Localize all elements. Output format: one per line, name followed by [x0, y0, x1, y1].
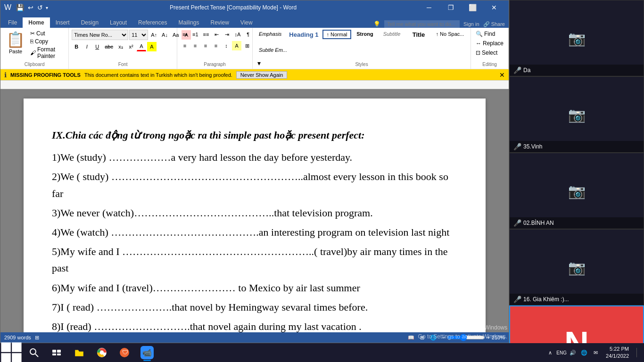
tab-design[interactable]: Design	[75, 17, 104, 28]
document-area[interactable]: IX.Chia các động từ trong ngoặc ra thì s…	[0, 89, 509, 332]
tab-references[interactable]: References	[132, 17, 173, 28]
find-btn[interactable]: 🔍 Find	[474, 30, 497, 38]
view-read-icon[interactable]: 📖	[408, 335, 414, 341]
svg-rect-9	[57, 354, 61, 355]
sign-in-btn[interactable]: Sign in	[463, 21, 479, 27]
styles-more-btn[interactable]: ▾	[257, 59, 261, 67]
title-bar: W 💾 ↩ ↺ ▾ Present Perfect Tense [Compati…	[0, 0, 509, 15]
word-icon: W	[4, 3, 11, 12]
styles-content: Emphasis Heading 1 ↑ Normal Strong Subti…	[256, 30, 468, 59]
decrease-indent-btn[interactable]: ⇤	[212, 30, 221, 39]
show-hide-btn[interactable]: ¶	[243, 30, 253, 39]
style-subtitle[interactable]: Subtitle	[379, 30, 405, 38]
track-changes-icon: ⊞	[35, 335, 39, 341]
subscript-btn[interactable]: x₂	[116, 42, 125, 51]
participant-giakhiem: 📷 🎤 16. Gia Khiêm :)...	[509, 229, 644, 305]
qat-redo[interactable]: ↺	[37, 4, 43, 11]
security-button[interactable]: 🛡	[113, 343, 136, 362]
svg-rect-3	[12, 353, 21, 362]
tab-file[interactable]: File	[2, 17, 23, 28]
participant-vinh: 📷 🎤 35.Vinh	[509, 76, 644, 153]
start-button[interactable]	[0, 343, 23, 362]
tray-volume[interactable]: 🔊	[568, 348, 578, 357]
shading-btn[interactable]: A	[232, 41, 241, 50]
style-subtleem[interactable]: Subtle Em...	[256, 46, 290, 54]
bold-btn[interactable]: B	[72, 42, 81, 51]
format-painter-button[interactable]: 🖌 Format Painter	[29, 46, 66, 60]
taskbar-time[interactable]: 5:22 PM 24/1/2022	[602, 346, 633, 360]
tray-language[interactable]: ENG	[557, 348, 566, 357]
zoom-taskbar-button[interactable]: 📹	[136, 343, 158, 362]
font-size-select[interactable]: 11	[129, 30, 148, 40]
styles-group: Emphasis Heading 1 ↑ Normal Strong Subti…	[253, 28, 471, 69]
document-lines: 1)We (study) ………………a very hard lesson th…	[52, 149, 457, 332]
style-strong[interactable]: Strong	[352, 30, 378, 38]
clipboard-group-label: Clipboard	[25, 62, 45, 67]
increase-indent-btn[interactable]: ⇥	[222, 30, 231, 39]
tray-message[interactable]: ✉	[591, 348, 600, 357]
minimize-btn[interactable]: ─	[418, 0, 440, 15]
task-view-button[interactable]	[45, 343, 68, 362]
participant-da-label: 🎤 Da	[510, 65, 644, 76]
share-btn[interactable]: 🔗 Share	[483, 21, 505, 27]
align-left-btn[interactable]: ≡	[180, 41, 190, 50]
taskbar-right: ∧ ENG 🔊 🌐 ✉ 5:22 PM 24/1/2022	[545, 346, 644, 360]
file-explorer-button[interactable]	[68, 343, 91, 362]
paste-button[interactable]: 📋 Paste	[3, 30, 28, 55]
style-title[interactable]: Title	[406, 30, 432, 40]
title-bar-title: Present Perfect Tense [Compatibility Mod…	[48, 4, 418, 11]
tab-mailings[interactable]: Mailings	[173, 17, 205, 28]
proofing-close-btn[interactable]: ✕	[499, 71, 505, 79]
bullets-btn[interactable]: ≡•	[180, 30, 190, 39]
replace-btn[interactable]: ↔ Replace	[474, 39, 505, 48]
line-spacing-btn[interactable]: ↕	[222, 41, 231, 50]
style-normal[interactable]: ↑ Normal	[322, 30, 351, 39]
sort-btn[interactable]: ↕A	[232, 30, 242, 39]
search-button[interactable]	[23, 343, 45, 362]
style-heading1[interactable]: Heading 1	[286, 30, 322, 40]
font-group-label: Font	[118, 62, 128, 67]
style-emphasis[interactable]: Emphasis	[256, 30, 285, 38]
borders-btn[interactable]: ⊞	[242, 41, 252, 50]
tab-view[interactable]: View	[235, 17, 258, 28]
tab-insert[interactable]: Insert	[50, 17, 75, 28]
copy-button[interactable]: ⎘ Copy	[29, 38, 66, 45]
select-btn[interactable]: ⊡ Select	[474, 49, 499, 57]
font-grow-btn[interactable]: A↑	[149, 30, 159, 40]
font-name-select[interactable]: Times New Ro...	[72, 30, 128, 40]
superscript-btn[interactable]: x²	[126, 42, 136, 51]
tab-layout[interactable]: Layout	[104, 17, 132, 28]
style-nospace[interactable]: ↑ No Spac...	[433, 30, 468, 38]
italic-btn[interactable]: I	[82, 42, 91, 51]
tab-review[interactable]: Review	[205, 17, 234, 28]
numbering-btn[interactable]: ≡1	[190, 30, 200, 39]
tab-home[interactable]: Home	[23, 17, 50, 28]
svg-rect-6	[52, 350, 56, 353]
participant-binhan: 📷 🎤 02.BÌNH AN	[509, 153, 644, 229]
align-center-btn[interactable]: ≡	[190, 41, 200, 50]
tray-network[interactable]: 🌐	[579, 348, 589, 357]
multilevel-btn[interactable]: ≡≡	[201, 30, 211, 39]
restore-btn[interactable]: ❐	[440, 0, 462, 15]
font-shrink-btn[interactable]: A↓	[160, 30, 170, 40]
highlight-btn[interactable]: A	[147, 42, 157, 51]
font-color-btn[interactable]: A	[137, 42, 146, 51]
align-right-btn[interactable]: ≡	[201, 41, 210, 50]
cut-button[interactable]: ✂ Cut	[29, 30, 66, 37]
participant-binhan-label: 🎤 02.BÌNH AN	[510, 217, 644, 229]
close-btn[interactable]: ✕	[483, 0, 505, 15]
qat-undo[interactable]: ↩	[28, 4, 33, 11]
maximize-btn[interactable]: ⬜	[462, 0, 483, 15]
tell-me-input[interactable]	[384, 20, 460, 28]
chrome-button[interactable]	[91, 343, 113, 362]
underline-btn[interactable]: U	[92, 42, 102, 51]
show-desktop-btn[interactable]	[636, 348, 640, 357]
tray-chevron[interactable]: ∧	[545, 348, 555, 357]
tell-me-icon: 💡	[373, 21, 380, 27]
never-show-btn[interactable]: Never Show Again	[236, 71, 288, 79]
strikethrough-btn[interactable]: abc	[103, 42, 115, 51]
doc-line-1: 1)We (study) ………………a very hard lesson th…	[52, 149, 457, 165]
justify-btn[interactable]: ≡	[211, 41, 221, 50]
para-row-2: ≡ ≡ ≡ ≡ ↕ A ⊞	[180, 41, 252, 50]
qat-save[interactable]: 💾	[16, 4, 24, 11]
